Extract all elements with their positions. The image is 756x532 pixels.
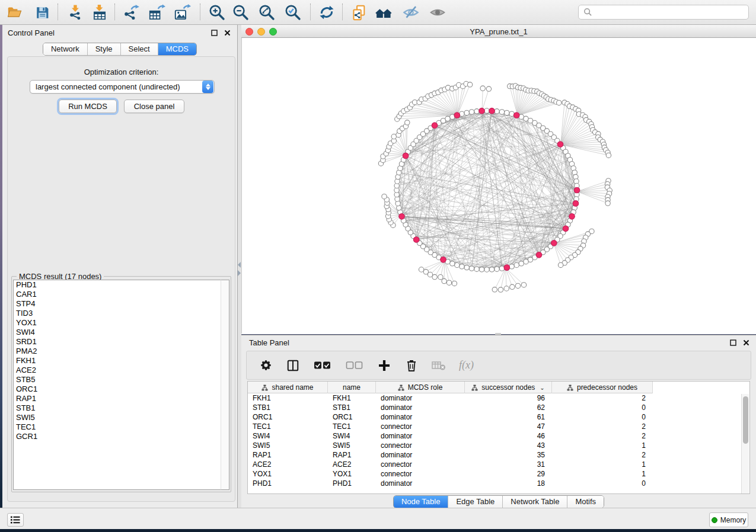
cell-shared_name[interactable]: ORC1 xyxy=(248,412,328,422)
graph-mcds-node[interactable] xyxy=(536,252,542,258)
tab-network-table[interactable]: Network Table xyxy=(503,496,567,508)
close-panel-button[interactable]: Close panel xyxy=(124,100,184,113)
network-canvas[interactable] xyxy=(241,38,756,334)
graph-mcds-node[interactable] xyxy=(479,108,485,114)
graph-node[interactable] xyxy=(486,86,491,91)
mcds-result-item[interactable]: ORC1 xyxy=(14,384,222,394)
cell-role[interactable]: dominator xyxy=(376,393,465,403)
graph-node[interactable] xyxy=(505,110,509,115)
graph-node[interactable] xyxy=(423,270,428,274)
graph-mcds-node[interactable] xyxy=(551,241,557,246)
graph-node[interactable] xyxy=(382,194,387,199)
export-table-icon[interactable] xyxy=(146,4,167,21)
cell-name[interactable]: SWI4 xyxy=(328,431,376,441)
column-header-shared-name[interactable]: shared name xyxy=(248,382,328,393)
mcds-result-item[interactable]: SRD1 xyxy=(14,337,222,347)
cell-shared_name[interactable]: PHD1 xyxy=(248,479,328,488)
zoom-selected-icon[interactable] xyxy=(283,4,303,21)
collapse-left-icon[interactable] xyxy=(238,262,241,268)
cell-predecessors[interactable]: 0 xyxy=(552,403,653,412)
export-network-icon[interactable] xyxy=(121,4,141,21)
cell-name[interactable]: PHD1 xyxy=(328,479,376,488)
import-network-icon[interactable] xyxy=(66,4,86,21)
mcds-result-item[interactable]: PHD1 xyxy=(14,280,222,290)
cell-successors[interactable]: 43 xyxy=(465,441,552,450)
mcds-result-item[interactable]: FKH1 xyxy=(14,356,222,366)
cell-role[interactable]: connector xyxy=(376,422,465,431)
cell-predecessors[interactable]: 2 xyxy=(552,393,653,403)
mcds-list-scrollbar[interactable] xyxy=(221,280,229,490)
delete-column-trash-icon[interactable] xyxy=(404,358,419,373)
cell-predecessors[interactable]: 1 xyxy=(552,469,653,479)
add-column-icon[interactable] xyxy=(377,358,391,373)
cell-name[interactable]: STB1 xyxy=(328,403,376,412)
column-header-predecessor-nodes[interactable]: predecessor nodes xyxy=(552,382,653,393)
graph-node[interactable] xyxy=(510,284,515,289)
tab-style[interactable]: Style xyxy=(88,43,121,55)
graph-node[interactable] xyxy=(499,110,504,114)
graph-node[interactable] xyxy=(464,110,469,115)
graph-mcds-node[interactable] xyxy=(432,123,438,129)
graph-mcds-node[interactable] xyxy=(569,214,575,220)
graph-node[interactable] xyxy=(557,100,562,105)
graph-node[interactable] xyxy=(509,264,514,269)
mcds-result-item[interactable]: SWI4 xyxy=(14,328,222,337)
table-row[interactable]: RAP1RAP1dominator352 xyxy=(248,450,749,460)
cell-name[interactable]: FKH1 xyxy=(328,393,376,403)
cell-successors[interactable]: 96 xyxy=(465,393,552,403)
open-file-icon[interactable] xyxy=(5,4,25,21)
graph-mcds-node[interactable] xyxy=(413,237,419,243)
graph-mcds-node[interactable] xyxy=(441,257,446,263)
table-row[interactable]: TEC1TEC1connector472 xyxy=(248,422,749,431)
column-chooser-icon[interactable] xyxy=(286,358,300,373)
table-row[interactable]: STB1STB1dominator620 xyxy=(248,403,749,412)
cell-successors[interactable]: 31 xyxy=(465,460,552,469)
mcds-result-item[interactable]: YOX1 xyxy=(14,318,222,328)
cell-successors[interactable]: 35 xyxy=(465,450,552,460)
graph-node[interactable] xyxy=(405,120,410,125)
cell-successors[interactable]: 18 xyxy=(465,479,552,488)
zoom-out-icon[interactable] xyxy=(231,4,251,21)
table-scrollbar[interactable] xyxy=(741,394,749,493)
column-header-name[interactable]: name xyxy=(328,382,376,393)
graph-mcds-node[interactable] xyxy=(574,187,580,193)
cell-predecessors[interactable]: 2 xyxy=(552,431,653,441)
cell-predecessors[interactable]: 1 xyxy=(552,460,653,469)
cell-name[interactable]: YOX1 xyxy=(328,469,376,479)
graph-node[interactable] xyxy=(489,267,494,272)
graph-mcds-node[interactable] xyxy=(489,108,495,114)
cell-predecessors[interactable]: 2 xyxy=(552,450,653,460)
mcds-result-item[interactable]: ACE2 xyxy=(14,366,222,375)
graph-node[interactable] xyxy=(419,267,423,272)
cell-name[interactable]: SWI5 xyxy=(328,441,376,450)
search-input[interactable] xyxy=(578,5,749,20)
graph-node[interactable] xyxy=(515,283,520,288)
cell-predecessors[interactable]: 2 xyxy=(552,422,653,431)
graph-node[interactable] xyxy=(442,278,446,283)
graph-node[interactable] xyxy=(455,262,460,267)
graph-node[interactable] xyxy=(519,261,524,266)
import-table-icon[interactable] xyxy=(90,4,110,21)
cell-shared_name[interactable]: RAP1 xyxy=(248,450,328,460)
table-row[interactable]: SWI4SWI4dominator462 xyxy=(248,431,749,441)
float-panel-icon[interactable] xyxy=(210,28,218,37)
mcds-result-item[interactable]: RAP1 xyxy=(14,394,222,403)
cell-shared_name[interactable]: STB1 xyxy=(248,403,328,412)
network-window-titlebar[interactable]: YPA_prune.txt_1 xyxy=(241,25,756,38)
cell-successors[interactable]: 47 xyxy=(465,422,552,431)
table-row[interactable]: ACE2ACE2connector311 xyxy=(248,460,749,469)
cell-role[interactable]: connector xyxy=(376,441,465,450)
graph-mcds-node[interactable] xyxy=(563,226,569,232)
table-settings-gear-icon[interactable] xyxy=(259,358,273,373)
graph-node[interactable] xyxy=(484,267,489,272)
cell-role[interactable]: connector xyxy=(376,469,465,479)
cell-shared_name[interactable]: TEC1 xyxy=(248,422,328,431)
graph-node[interactable] xyxy=(498,287,503,292)
table-row[interactable]: YOX1YOX1connector291 xyxy=(248,469,749,479)
mcds-result-item[interactable]: GCR1 xyxy=(14,432,222,441)
graph-node[interactable] xyxy=(514,262,519,267)
mcds-result-item[interactable]: TEC1 xyxy=(14,422,222,432)
tab-edge-table[interactable]: Edge Table xyxy=(448,496,503,508)
cell-role[interactable]: dominator xyxy=(376,479,465,488)
select-all-icon[interactable] xyxy=(313,358,332,373)
